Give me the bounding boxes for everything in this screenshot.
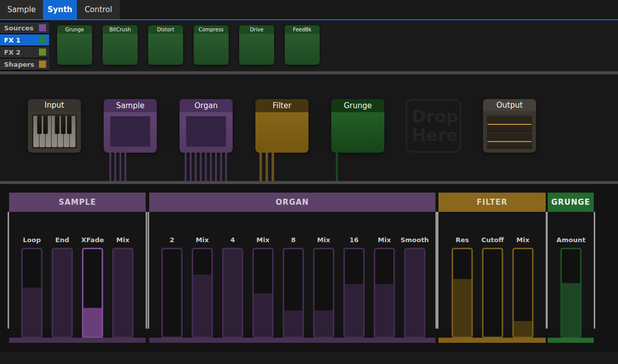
slider-unit-16: 16 bbox=[339, 236, 369, 338]
keyboard-icon bbox=[32, 114, 77, 149]
cable-organ bbox=[220, 153, 222, 181]
cable-organ bbox=[200, 153, 202, 181]
fx-tile-compress[interactable]: Compress bbox=[194, 25, 229, 65]
slider-loop[interactable] bbox=[21, 248, 42, 338]
slider-unit-4: 4 bbox=[217, 236, 248, 338]
cable-sample bbox=[114, 153, 116, 181]
fx-tile-feedbk[interactable]: FeedBk bbox=[285, 25, 320, 65]
slider-unit-xfade: XFade bbox=[77, 236, 108, 338]
cable-organ bbox=[205, 153, 207, 181]
node-input[interactable]: Input bbox=[28, 99, 81, 153]
fx-tile-drive[interactable]: Drive bbox=[239, 25, 274, 65]
fx-tile-bitcrush[interactable]: BitCrush bbox=[103, 25, 138, 65]
slider-filter-mix[interactable] bbox=[512, 248, 534, 338]
cable-sample bbox=[124, 153, 126, 181]
slider-unit-mix4: Mix bbox=[369, 236, 400, 338]
slider-unit-mix: Mix bbox=[108, 236, 138, 338]
node-filter[interactable]: Filter bbox=[255, 99, 308, 153]
fx2-color-chip bbox=[39, 49, 46, 56]
sidebar-item-fx1[interactable]: FX 1 bbox=[0, 34, 49, 46]
cable-organ bbox=[190, 153, 192, 181]
panel-filter-body: Res Cutoff Mix bbox=[437, 212, 547, 329]
slider-label: Cutoff bbox=[477, 236, 508, 247]
slider-res[interactable] bbox=[452, 248, 473, 338]
cable-filter bbox=[259, 153, 262, 181]
slider-sample-mix[interactable] bbox=[112, 248, 134, 338]
slider-cutoff[interactable] bbox=[482, 248, 503, 338]
organ-display bbox=[186, 116, 226, 147]
slider-organ-mix2[interactable] bbox=[252, 248, 274, 338]
tab-control-label: Control bbox=[84, 5, 112, 14]
slider-end[interactable] bbox=[52, 248, 73, 338]
panel-organ: ORGAN 2 Mix 4 Mix bbox=[149, 193, 435, 334]
slider-xfade[interactable] bbox=[82, 248, 103, 338]
panel-sample-body: Loop End XFade Mix bbox=[8, 212, 147, 329]
slider-amount[interactable] bbox=[560, 248, 582, 338]
slider-organ-2[interactable] bbox=[161, 248, 183, 338]
slider-unit-res: Res bbox=[447, 236, 477, 338]
slider-unit-8: 8 bbox=[278, 236, 308, 338]
panel-filter-footer bbox=[438, 338, 546, 343]
fx-tile-label: Compress bbox=[194, 25, 229, 34]
output-meters bbox=[487, 115, 532, 149]
slider-label: End bbox=[47, 236, 77, 247]
category-sidebar: Sources FX 1 FX 2 Shapers bbox=[0, 20, 49, 71]
slider-unit-smooth: Smooth bbox=[400, 236, 430, 338]
slider-unit-cutoff: Cutoff bbox=[477, 236, 508, 338]
node-title: Grunge bbox=[331, 99, 384, 112]
node-sample[interactable]: Sample bbox=[104, 99, 157, 153]
slider-organ-16[interactable] bbox=[343, 248, 365, 338]
slider-fill bbox=[254, 293, 272, 337]
fx-tile-distort[interactable]: Distort bbox=[148, 25, 183, 65]
slider-organ-8[interactable] bbox=[283, 248, 304, 338]
tab-synth[interactable]: Synth bbox=[43, 0, 77, 19]
slider-unit-end: End bbox=[47, 236, 77, 338]
panel-organ-footer bbox=[149, 338, 435, 343]
slider-fill bbox=[53, 249, 71, 337]
slider-label: Loop bbox=[17, 236, 47, 247]
slider-label: 8 bbox=[278, 236, 308, 247]
slider-label: Mix bbox=[108, 236, 138, 247]
slider-organ-mix4[interactable] bbox=[374, 248, 395, 338]
bottom-strip bbox=[0, 352, 618, 364]
slider-organ-smooth[interactable] bbox=[404, 248, 425, 338]
tab-bar: Sample Synth Control bbox=[0, 0, 618, 19]
slider-label: Mix bbox=[248, 236, 278, 247]
panel-sample-header: SAMPLE bbox=[9, 193, 146, 212]
slider-label: Amount bbox=[556, 236, 586, 247]
node-organ[interactable]: Organ bbox=[180, 99, 233, 153]
drop-zone[interactable]: Drop Here bbox=[406, 99, 461, 153]
cable-organ bbox=[225, 153, 227, 181]
slider-fill bbox=[224, 249, 242, 337]
panel-grunge-header: GRUNGE bbox=[548, 193, 594, 212]
node-output[interactable]: Output bbox=[483, 99, 536, 153]
tab-control[interactable]: Control bbox=[77, 0, 120, 19]
slider-fill bbox=[23, 288, 41, 337]
sources-color-chip bbox=[39, 24, 46, 31]
node-title: Filter bbox=[255, 99, 308, 112]
sidebar-item-label: FX 2 bbox=[0, 49, 39, 56]
sidebar-item-fx2[interactable]: FX 2 bbox=[0, 47, 49, 58]
slider-fill bbox=[315, 310, 333, 337]
slider-organ-mix1[interactable] bbox=[192, 248, 213, 338]
fx-tile-grunge[interactable]: Grunge bbox=[57, 25, 92, 65]
fx-tile-label: Drive bbox=[239, 25, 274, 34]
slider-unit-amount: Amount bbox=[556, 236, 586, 338]
output-meter bbox=[488, 116, 532, 131]
sidebar-item-label: FX 1 bbox=[0, 36, 39, 44]
tab-sample[interactable]: Sample bbox=[0, 0, 43, 19]
sample-display bbox=[110, 116, 150, 147]
sidebar-item-label: Shapers bbox=[0, 61, 39, 68]
slider-unit-filter-mix: Mix bbox=[508, 236, 538, 338]
slider-fill bbox=[83, 308, 102, 337]
node-grunge[interactable]: Grunge bbox=[331, 99, 384, 153]
sidebar-item-shapers[interactable]: Shapers bbox=[0, 59, 49, 70]
sidebar-item-sources[interactable]: Sources bbox=[0, 22, 49, 33]
fx1-color-chip bbox=[39, 36, 46, 43]
node-title: Output bbox=[483, 99, 536, 111]
slider-unit-mix3: Mix bbox=[308, 236, 339, 338]
slider-organ-mix3[interactable] bbox=[313, 248, 334, 338]
node-title: Sample bbox=[104, 99, 157, 112]
slider-organ-4[interactable] bbox=[222, 248, 243, 338]
panel-organ-header: ORGAN bbox=[149, 193, 435, 212]
